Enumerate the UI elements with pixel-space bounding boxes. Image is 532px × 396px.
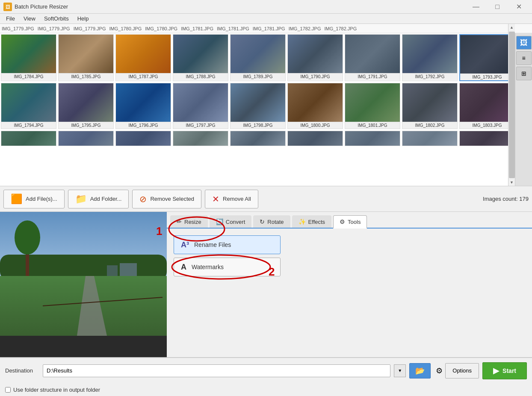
maximize-button[interactable]: □ bbox=[488, 0, 507, 14]
tab-rotate[interactable]: ↻ Rotate bbox=[253, 215, 290, 228]
menu-help[interactable]: Help bbox=[73, 15, 93, 23]
tools-tab-icon: ⚙ bbox=[340, 218, 345, 225]
thumb-item[interactable] bbox=[287, 131, 343, 146]
thumb-item[interactable]: IMG_1789.JPG bbox=[230, 34, 286, 81]
rename-files-button[interactable]: A³ Rename Files bbox=[174, 235, 281, 254]
start-label: Start bbox=[502, 367, 516, 374]
rename-icon: A³ bbox=[181, 241, 189, 249]
thumb-item[interactable]: IMG_1803.JPG bbox=[459, 83, 515, 129]
tab-panel: ✏ Resize 🔄 Convert ↻ Rotate ✨ Effects ⚙ bbox=[167, 212, 532, 357]
thumb-preview bbox=[231, 131, 285, 146]
tools-tab-label: Tools bbox=[348, 219, 361, 225]
thumb-item[interactable] bbox=[459, 131, 515, 146]
tab-tools[interactable]: ⚙ Tools bbox=[333, 215, 367, 229]
start-button[interactable]: ▶ Start bbox=[482, 362, 527, 379]
thumb-label: IMG_1793.JPG bbox=[460, 73, 514, 80]
main-content: IMG_1779.JPG IMG_1779.JPG IMG_1779.JPG I… bbox=[0, 24, 532, 396]
thumb-preview bbox=[402, 83, 457, 122]
thumb-item[interactable]: IMG_1801.JPG bbox=[345, 83, 400, 129]
thumb-item[interactable] bbox=[173, 131, 228, 146]
thumb-label: IMG_1788.JPG bbox=[173, 73, 228, 80]
thumb-item[interactable]: IMG_1784.JPG bbox=[1, 34, 56, 81]
start-icon: ▶ bbox=[493, 366, 499, 375]
thumb-item[interactable] bbox=[402, 131, 458, 146]
scrollbar-thumb[interactable] bbox=[509, 32, 515, 178]
thumb-label: IMG_1795.JPG bbox=[59, 122, 113, 129]
destination-input[interactable] bbox=[43, 364, 390, 377]
menu-view[interactable]: View bbox=[19, 15, 40, 23]
watermarks-label: Watermarks bbox=[192, 264, 224, 270]
thumb-item[interactable]: IMG_1802.JPG bbox=[402, 83, 458, 129]
app-title: Batch Picture Resizer bbox=[15, 3, 466, 10]
tab-effects[interactable]: ✨ Effects bbox=[292, 215, 332, 228]
thumb-item[interactable] bbox=[58, 131, 114, 146]
tab-resize[interactable]: ✏ Resize bbox=[170, 215, 208, 228]
close-button[interactable]: ✕ bbox=[509, 0, 529, 14]
gallery-row-3 bbox=[0, 130, 508, 147]
thumb-item[interactable]: IMG_1788.JPG bbox=[173, 34, 228, 81]
view-icons-sidebar: 🖼 ≡ ⊞ bbox=[515, 33, 532, 186]
scroll-down-arrow[interactable]: ▼ bbox=[508, 179, 515, 186]
gallery-scrollbar[interactable]: ▲ ▼ bbox=[508, 24, 515, 186]
thumb-item[interactable]: IMG_1795.JPG bbox=[58, 83, 114, 129]
destination-dropdown-button[interactable]: ▼ bbox=[394, 364, 406, 377]
menu-softorbits[interactable]: SoftOrbits bbox=[40, 15, 73, 23]
thumb-item[interactable]: IMG_1794.JPG bbox=[1, 83, 56, 129]
preview-image bbox=[0, 212, 167, 336]
folder-structure-label: Use folder structure in output folder bbox=[13, 387, 100, 393]
gallery-row-2: IMG_1794.JPG IMG_1795.JPG IMG_1796.JPG I… bbox=[0, 82, 508, 130]
content-area: ✏ Resize 🔄 Convert ↻ Rotate ✨ Effects ⚙ bbox=[0, 212, 532, 357]
thumb-label: IMG_1798.JPG bbox=[231, 122, 285, 129]
thumbnail-view-button[interactable]: 🖼 bbox=[516, 36, 532, 50]
thumb-item[interactable]: IMG_1785.JPG bbox=[58, 34, 114, 81]
tab-convert[interactable]: 🔄 Convert bbox=[210, 215, 252, 228]
effects-tab-label: Effects bbox=[308, 219, 325, 225]
thumb-preview bbox=[116, 131, 171, 146]
grid-view-button[interactable]: ⊞ bbox=[516, 67, 532, 80]
remove-all-icon: ✕ bbox=[212, 194, 219, 204]
gallery-rows: IMG_1784.JPG IMG_1785.JPG IMG_1787.JPG I… bbox=[0, 33, 532, 147]
thumb-item[interactable]: IMG_1797.JPG bbox=[173, 83, 228, 129]
thumb-preview bbox=[460, 131, 514, 146]
thumb-item[interactable]: IMG_1790.JPG bbox=[287, 34, 343, 81]
thumb-label: IMG_1802.JPG bbox=[402, 122, 457, 129]
thumb-item[interactable] bbox=[230, 131, 286, 146]
thumb-label: IMG_1803.JPG bbox=[460, 122, 514, 129]
add-folder-button[interactable]: 📁 Add Folder... bbox=[68, 190, 129, 208]
folder-structure-checkbox[interactable] bbox=[5, 387, 11, 393]
remove-all-button[interactable]: ✕ Remove All bbox=[205, 190, 258, 208]
convert-tab-icon: 🔄 bbox=[216, 218, 223, 225]
thumb-item[interactable]: IMG_1792.JPG bbox=[402, 34, 458, 81]
options-button[interactable]: Options bbox=[445, 363, 479, 378]
scroll-up-arrow[interactable]: ▲ bbox=[508, 24, 515, 31]
thumb-item[interactable] bbox=[115, 131, 171, 146]
thumb-preview bbox=[288, 131, 343, 146]
thumb-preview bbox=[288, 83, 343, 122]
remove-all-label: Remove All bbox=[223, 196, 251, 202]
add-files-icon: 🟧 bbox=[11, 194, 22, 205]
menubar: File View SoftOrbits Help bbox=[0, 14, 532, 24]
resize-tab-icon: ✏ bbox=[177, 218, 182, 225]
add-files-button[interactable]: 🟧 Add File(s)... bbox=[3, 190, 65, 208]
thumb-item[interactable]: IMG_1791.JPG bbox=[345, 34, 400, 81]
thumb-item[interactable] bbox=[345, 131, 400, 146]
thumb-preview bbox=[1, 35, 56, 73]
thumb-preview bbox=[345, 83, 400, 122]
destination-folder-button[interactable]: 📂 bbox=[409, 363, 431, 378]
watermarks-button[interactable]: A Watermarks bbox=[174, 258, 281, 276]
thumb-item[interactable]: IMG_1800.JPG bbox=[287, 83, 343, 129]
remove-selected-button[interactable]: ⊘ Remove Selected bbox=[132, 190, 201, 208]
list-view-button[interactable]: ≡ bbox=[516, 51, 532, 65]
thumb-item[interactable] bbox=[1, 131, 56, 146]
tools-content: A³ Rename Files A Watermarks bbox=[167, 229, 532, 287]
thumb-preview bbox=[402, 35, 457, 73]
minimize-button[interactable]: — bbox=[466, 0, 486, 14]
thumb-preview bbox=[173, 35, 228, 73]
thumb-item[interactable]: IMG_1798.JPG bbox=[230, 83, 286, 129]
thumb-item[interactable]: IMG_1787.JPG bbox=[115, 34, 171, 81]
thumb-label: IMG_1797.JPG bbox=[173, 122, 228, 129]
thumb-preview bbox=[59, 83, 113, 122]
thumb-item[interactable]: IMG_1796.JPG bbox=[115, 83, 171, 129]
thumb-item[interactable]: IMG_1793.JPG bbox=[459, 34, 515, 81]
menu-file[interactable]: File bbox=[2, 15, 19, 23]
